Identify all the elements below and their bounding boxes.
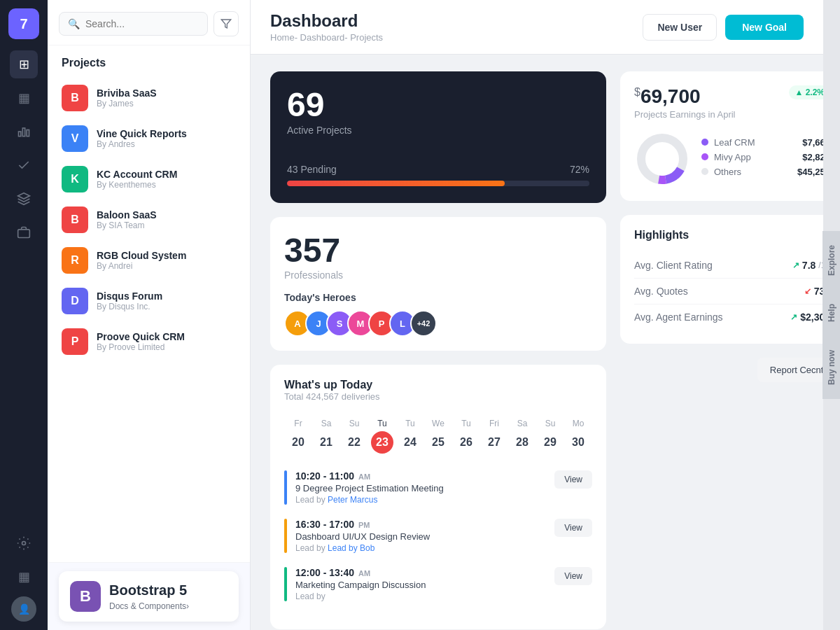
- project-name: Baloon SaaS: [97, 209, 157, 220]
- project-name: RGB Cloud System: [97, 250, 186, 261]
- calendar-day[interactable]: Tu23: [368, 413, 396, 459]
- calendar-day[interactable]: Fr20: [284, 413, 312, 459]
- calendar-day[interactable]: Su29: [536, 413, 564, 459]
- right-tab[interactable]: Buy now: [822, 336, 840, 399]
- earnings-legend: Leaf CRM $7,660 Mivy App $2,820 Others $…: [701, 137, 823, 181]
- event-border: [284, 470, 287, 505]
- nav-dashboard[interactable]: ⊞: [10, 50, 38, 78]
- calendar-day[interactable]: Tu24: [396, 413, 424, 459]
- svg-marker-6: [221, 20, 230, 28]
- nav-grid2[interactable]: ▦: [10, 563, 38, 591]
- project-item[interactable]: K KC Account CRM By Keenthemes: [56, 159, 241, 200]
- highlights-card: Highlights Avg. Client Rating ↗7.8/10 Av…: [620, 215, 823, 344]
- legend-name: Others: [714, 167, 792, 177]
- highlights-items: Avg. Client Rating ↗7.8/10 Avg. Quotes ↙…: [634, 253, 823, 330]
- svg-rect-0: [19, 132, 21, 136]
- project-author: By Andres: [97, 139, 187, 149]
- calendar-day[interactable]: We25: [424, 413, 452, 459]
- earnings-subtitle: Projects Earnings in April: [634, 109, 736, 120]
- event-content: 10:20 - 11:00 AM 9 Degree Project Estima…: [295, 470, 546, 505]
- nav-chart[interactable]: [10, 118, 38, 146]
- project-item[interactable]: D Disqus Forum By Disqus Inc.: [56, 281, 241, 321]
- professionals-card: 357 Professionals Today's Heroes AJSMPL+…: [270, 217, 606, 351]
- right-sidebar: ExploreHelpBuy now: [823, 0, 840, 630]
- project-author: By Andrei: [97, 261, 186, 271]
- earnings-card: $69,700 Projects Earnings in April ▲ 2.2…: [620, 71, 823, 201]
- bootstrap-icon: B: [70, 581, 101, 612]
- event-title: Dashboard UI/UX Design Review: [295, 531, 546, 542]
- svg-rect-2: [27, 130, 29, 136]
- calendar-day[interactable]: Fri27: [480, 413, 508, 459]
- legend-name: Mivy App: [714, 152, 797, 162]
- event-lead: Lead by Peter Marcus: [295, 495, 546, 505]
- event-view-button[interactable]: View: [554, 519, 592, 537]
- svg-marker-3: [18, 193, 30, 199]
- project-item[interactable]: P Proove Quick CRM By Proove Limited: [56, 321, 241, 362]
- calendar-day[interactable]: Tu26: [452, 413, 480, 459]
- main-area: Dashboard Home- Dashboard- Projects New …: [251, 0, 823, 630]
- donut-chart: [634, 131, 690, 187]
- calendar-day[interactable]: Sa28: [508, 413, 536, 459]
- search-icon: 🔍: [68, 18, 80, 29]
- right-tab[interactable]: Explore: [822, 231, 840, 290]
- earnings-header: $69,700 Projects Earnings in April ▲ 2.2…: [634, 85, 823, 120]
- search-input[interactable]: [85, 18, 199, 29]
- project-list: B Briviba SaaS By James V Vine Quick Rep…: [48, 75, 250, 562]
- trend-up-icon: ↗: [792, 260, 799, 270]
- highlight-item: Avg. Quotes ↙730: [634, 279, 823, 304]
- main-right: $69,700 Projects Earnings in April ▲ 2.2…: [620, 71, 823, 613]
- sidebar: 🔍 Projects B Briviba SaaS By James V Vin…: [48, 0, 251, 630]
- pending-text: 43 Pending: [287, 164, 337, 175]
- legend-name: Leaf CRM: [714, 137, 797, 148]
- svg-point-5: [22, 542, 26, 545]
- docs-link: Docs & Components ›: [109, 601, 189, 611]
- event-lead-link[interactable]: Peter Marcus: [328, 495, 377, 505]
- highlight-item: Avg. Client Rating ↗7.8/10: [634, 253, 823, 279]
- user-avatar[interactable]: 7: [8, 8, 39, 39]
- header-left: Dashboard Home- Dashboard- Projects: [270, 11, 383, 43]
- filter-button[interactable]: [214, 11, 239, 36]
- calendar-card: What's up Today Total 424,567 deliveries…: [270, 365, 606, 629]
- new-goal-button[interactable]: New Goal: [725, 15, 804, 40]
- right-tab[interactable]: Help: [822, 290, 840, 336]
- event-lead-link[interactable]: Lead by Bob: [328, 543, 374, 553]
- nav-check[interactable]: [10, 151, 38, 179]
- project-item[interactable]: V Vine Quick Reports By Andres: [56, 118, 241, 159]
- nav-layers[interactable]: [10, 185, 38, 213]
- earnings-badge: ▲ 2.2%: [789, 85, 823, 99]
- legend-dot: [701, 153, 708, 160]
- event-title: Marketing Campaign Discussion: [295, 580, 546, 590]
- project-author: By Disqus Inc.: [97, 302, 162, 312]
- project-item[interactable]: B Baloon SaaS By SIA Team: [56, 200, 241, 240]
- event-item: 16:30 - 17:00 PM Dashboard UI/UX Design …: [284, 519, 592, 553]
- bottom-avatar[interactable]: 👤: [11, 596, 36, 622]
- event-view-button[interactable]: View: [554, 470, 592, 489]
- legend-dot: [701, 168, 708, 175]
- calendar-day[interactable]: Su22: [340, 413, 368, 459]
- nav-grid[interactable]: ▦: [10, 84, 38, 112]
- highlight-value: ↙730: [804, 286, 823, 297]
- new-user-button[interactable]: New User: [643, 14, 717, 41]
- projects-title: Projects: [48, 46, 250, 75]
- project-name: Vine Quick Reports: [97, 128, 187, 139]
- heroes-avatars: AJSMPL+42: [284, 310, 592, 337]
- event-view-button[interactable]: View: [554, 567, 592, 585]
- event-border: [284, 519, 287, 553]
- progress-fill: [287, 181, 505, 186]
- event-time: 12:00 - 13:40 AM: [295, 567, 546, 578]
- project-item[interactable]: B Briviba SaaS By James: [56, 78, 241, 118]
- calendar-day[interactable]: Sa21: [312, 413, 340, 459]
- report-section: Report Cecnter: [620, 358, 823, 382]
- nav-settings[interactable]: [10, 529, 38, 557]
- calendar-day[interactable]: Mo30: [564, 413, 592, 459]
- project-item[interactable]: R RGB Cloud System By Andrei: [56, 240, 241, 281]
- highlight-label: Avg. Agent Earnings: [634, 312, 723, 323]
- search-box[interactable]: 🔍: [59, 12, 208, 36]
- svg-rect-4: [18, 230, 30, 238]
- main-header: Dashboard Home- Dashboard- Projects New …: [251, 0, 823, 55]
- legend-item: Mivy App $2,820: [701, 152, 823, 162]
- project-logo: K: [62, 166, 88, 192]
- report-center-button[interactable]: Report Cecnter: [757, 358, 823, 382]
- nav-briefcase[interactable]: [10, 218, 38, 246]
- bootstrap-card: B Bootstrap 5 Docs & Components ›: [59, 571, 239, 622]
